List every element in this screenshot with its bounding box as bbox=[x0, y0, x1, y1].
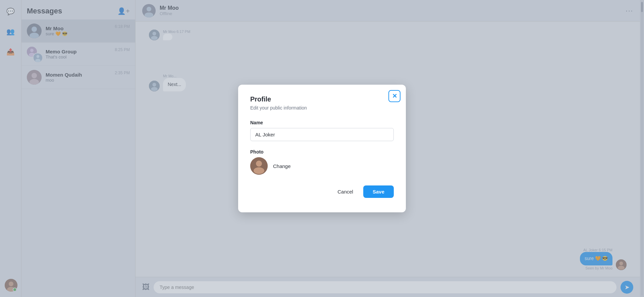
name-label: Name bbox=[250, 120, 394, 125]
svg-point-28 bbox=[256, 161, 262, 167]
modal-backdrop: ✕ Profile Edit your public information N… bbox=[0, 0, 644, 297]
modal-close-button[interactable]: ✕ bbox=[388, 90, 400, 102]
profile-photo bbox=[250, 157, 268, 175]
modal-actions: Cancel Save bbox=[250, 185, 394, 198]
photo-label: Photo bbox=[250, 149, 394, 155]
photo-row: Change bbox=[250, 157, 394, 175]
name-input[interactable] bbox=[250, 128, 394, 141]
cancel-button[interactable]: Cancel bbox=[331, 185, 359, 198]
modal-subtitle: Edit your public information bbox=[250, 105, 394, 111]
photo-section: Photo Change bbox=[250, 149, 394, 175]
save-button[interactable]: Save bbox=[363, 185, 394, 198]
profile-modal: ✕ Profile Edit your public information N… bbox=[238, 85, 406, 212]
app-container: 💬 👥 📤 Messages 👤+ bbox=[0, 0, 644, 297]
svg-point-29 bbox=[254, 167, 264, 174]
modal-title: Profile bbox=[250, 95, 394, 103]
name-field-group: Name bbox=[250, 120, 394, 149]
change-photo-button[interactable]: Change bbox=[273, 163, 291, 169]
